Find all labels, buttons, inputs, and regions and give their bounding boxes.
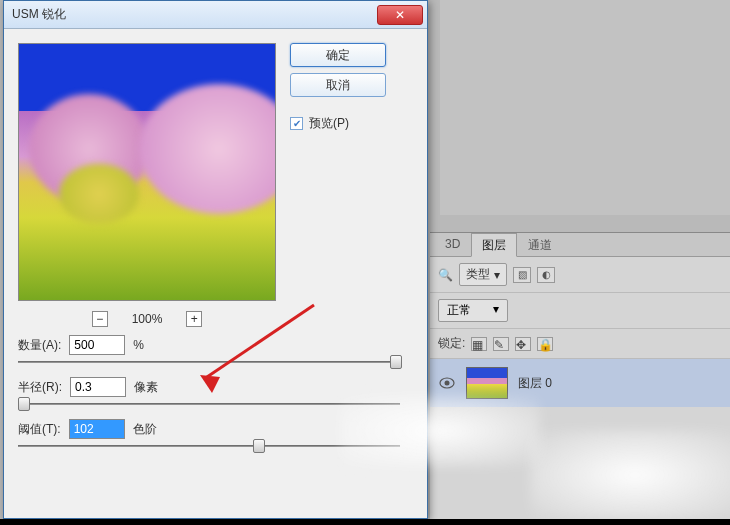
radius-row: 半径(R): 像素 [18,377,416,397]
tab-layers[interactable]: 图层 [471,233,517,257]
smudge-overlay [340,396,540,466]
blend-mode-dropdown[interactable]: 正常 ▾ [438,299,508,322]
threshold-unit: 色阶 [133,421,157,438]
tab-3d[interactable]: 3D [434,233,471,256]
blend-mode-value: 正常 [447,302,471,319]
threshold-slider-thumb[interactable] [253,439,265,453]
visibility-eye-icon[interactable] [438,376,456,390]
smudge-overlay [530,430,730,520]
chevron-down-icon: ▾ [493,302,499,319]
dialog-body: − 100% + 确定 取消 ✔ 预览(P) [4,29,427,341]
amount-label: 数量(A): [18,337,61,354]
amount-slider[interactable] [18,361,400,363]
dialog-buttons-column: 确定 取消 ✔ 预览(P) [290,43,386,327]
amount-slider-thumb[interactable] [390,355,402,369]
kind-dropdown[interactable]: 类型 ▾ [459,263,507,286]
panel-tab-strip: 3D 图层 通道 [430,233,730,257]
filter-adjust-icon[interactable]: ◐ [537,267,555,283]
preview-content [59,164,139,224]
zoom-controls: − 100% + [92,311,203,327]
tab-channels[interactable]: 通道 [517,233,563,256]
filter-icon: 🔍 [438,268,453,282]
layer-filter-row: 🔍 类型 ▾ ▧ ◐ [430,257,730,293]
lock-label: 锁定: [438,335,465,352]
radius-input[interactable] [70,377,126,397]
black-border [0,519,730,525]
lock-transparent-icon[interactable]: ▦ [471,337,487,351]
preview-content [139,84,276,214]
lock-all-icon[interactable]: 🔒 [537,337,553,351]
amount-row: 数量(A): % [18,335,416,355]
lock-pixels-icon[interactable]: ✎ [493,337,509,351]
radius-label: 半径(R): [18,379,62,396]
preview-checkbox-label: 预览(P) [309,115,349,132]
preview-column: − 100% + [18,43,276,327]
close-icon: ✕ [395,8,405,22]
radius-unit: 像素 [134,379,158,396]
preview-checkbox-row[interactable]: ✔ 预览(P) [290,115,386,132]
layer-thumbnail[interactable] [466,367,508,399]
radius-slider-thumb[interactable] [18,397,30,411]
threshold-label: 阈值(T): [18,421,61,438]
lock-row: 锁定: ▦ ✎ ✥ 🔒 [430,329,730,359]
cancel-button[interactable]: 取消 [290,73,386,97]
amount-unit: % [133,338,144,352]
preview-image[interactable] [18,43,276,301]
lock-position-icon[interactable]: ✥ [515,337,531,351]
chevron-down-icon: ▾ [494,268,500,282]
close-button[interactable]: ✕ [377,5,423,25]
blend-row: 正常 ▾ [430,293,730,329]
filter-pixel-icon[interactable]: ▧ [513,267,531,283]
ok-button[interactable]: 确定 [290,43,386,67]
preview-checkbox[interactable]: ✔ [290,117,303,130]
dialog-title: USM 锐化 [12,6,66,23]
dialog-titlebar[interactable]: USM 锐化 ✕ [4,1,427,29]
zoom-in-button[interactable]: + [186,311,202,327]
svg-point-1 [445,381,450,386]
zoom-out-button[interactable]: − [92,311,108,327]
zoom-level-label: 100% [132,312,163,326]
layer-name-label[interactable]: 图层 0 [518,375,552,392]
threshold-input[interactable] [69,419,125,439]
kind-label: 类型 [466,266,490,283]
canvas-area [440,0,730,215]
amount-input[interactable] [69,335,125,355]
